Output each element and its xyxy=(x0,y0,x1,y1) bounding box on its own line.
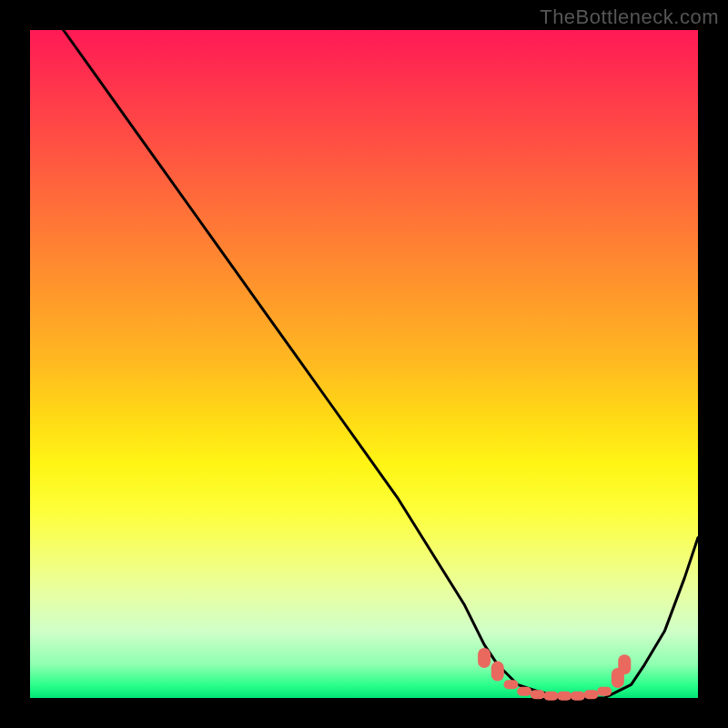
trough-marker xyxy=(618,654,631,674)
trough-marker xyxy=(491,662,504,682)
trough-marker xyxy=(571,692,585,701)
trough-marker xyxy=(597,687,612,696)
trough-marker xyxy=(544,692,559,701)
trough-markers-group xyxy=(478,648,631,701)
trough-marker xyxy=(504,680,519,689)
bottleneck-curve-line xyxy=(30,0,698,698)
trough-marker xyxy=(478,648,490,668)
chart-plot-area xyxy=(30,30,698,698)
trough-marker xyxy=(517,687,531,696)
trough-marker xyxy=(557,692,571,701)
watermark-text: TheBottleneck.com xyxy=(540,5,719,29)
chart-svg xyxy=(30,30,698,698)
trough-marker xyxy=(531,690,545,699)
trough-marker xyxy=(584,690,599,699)
